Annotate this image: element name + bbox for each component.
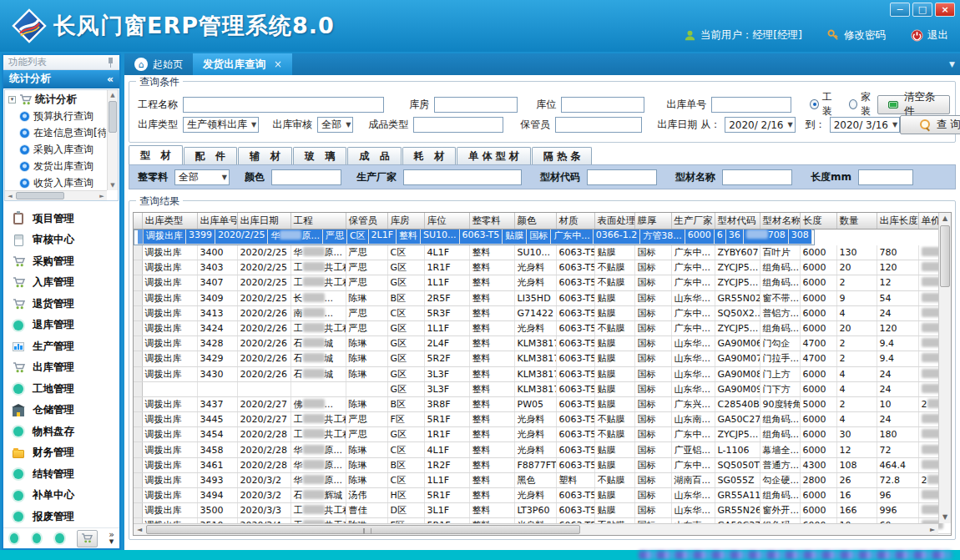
row-indicator[interactable] bbox=[134, 442, 142, 457]
sidebar-menu-item[interactable]: 退货管理 bbox=[12, 294, 119, 315]
material-tab[interactable]: 辅 材 bbox=[238, 147, 292, 164]
sidebar-menu-item[interactable]: 补单中心 bbox=[12, 485, 119, 507]
scroll-up-icon[interactable]: ▲ bbox=[939, 213, 951, 225]
product-type-input[interactable] bbox=[413, 117, 503, 133]
logout-button[interactable]: 退出 bbox=[911, 28, 948, 43]
column-header[interactable]: 出库日期 bbox=[237, 213, 291, 229]
table-row[interactable]: 调拨出库34942020/3/2石辉城汤伟H区5R1F整料光身料6063-T5贴… bbox=[134, 488, 952, 503]
scrollbar-thumb[interactable] bbox=[146, 525, 580, 534]
maker-input[interactable] bbox=[403, 169, 522, 185]
scroll-left-icon[interactable]: ◄ bbox=[5, 191, 15, 201]
table-row[interactable]: 调拨出库34002020/2/25华原...严思C区4L1F整料SU10...6… bbox=[134, 245, 952, 260]
scroll-right-icon[interactable]: ► bbox=[97, 191, 107, 201]
row-indicator[interactable] bbox=[134, 320, 142, 335]
table-row[interactable]: 调拨出库33992020/2/25华原...严思C区2L1F整料SU10...6… bbox=[134, 230, 815, 245]
sidebar-menu-item[interactable]: 退库管理 bbox=[12, 315, 119, 336]
table-row[interactable]: 调拨出库34302020/2/26石城陈琳G区3L3F整料KLM38176063… bbox=[134, 366, 952, 381]
close-button[interactable]: × bbox=[935, 3, 955, 17]
material-tab[interactable]: 型 材 bbox=[129, 145, 183, 164]
material-tab[interactable]: 玻 璃 bbox=[293, 147, 347, 164]
column-header[interactable]: 保管员 bbox=[346, 213, 387, 229]
module-dot-icon[interactable] bbox=[55, 533, 63, 543]
table-row[interactable]: G区3L3F整料KLM38176063-T5贴膜国标山东华...GA90M09.… bbox=[134, 381, 952, 396]
date-from-select[interactable]: 2020/ 2/16▼ bbox=[725, 117, 796, 133]
table-row[interactable]: 调拨出库34582020/2/28华原...陈琳C区4L1F整料光身料6063-… bbox=[134, 442, 952, 457]
scrollbar-thumb[interactable] bbox=[109, 101, 117, 133]
scroll-right-icon[interactable]: ► bbox=[927, 524, 938, 536]
column-header[interactable]: 工程 bbox=[291, 213, 346, 229]
tab-close-icon[interactable]: × bbox=[274, 58, 282, 70]
row-indicator[interactable] bbox=[134, 472, 142, 487]
tree-item[interactable]: 收货入库查询 bbox=[7, 175, 106, 190]
minimize-button[interactable]: ─ bbox=[890, 3, 910, 17]
row-indicator[interactable] bbox=[134, 503, 142, 518]
sidebar-menu-item[interactable]: 物料盘存 bbox=[12, 421, 119, 443]
row-indicator[interactable] bbox=[134, 290, 142, 305]
material-tab[interactable]: 耗 材 bbox=[402, 147, 457, 164]
module-cart-button[interactable] bbox=[77, 530, 99, 547]
row-indicator[interactable] bbox=[134, 245, 142, 260]
tree-item[interactable]: 预算执行查询 bbox=[7, 108, 106, 125]
grid-horizontal-scrollbar[interactable]: ◄ ► bbox=[134, 523, 938, 535]
sidebar-menu-item[interactable]: 报废管理 bbox=[12, 507, 119, 528]
maximize-button[interactable]: □ bbox=[912, 3, 932, 17]
module-dot-icon[interactable] bbox=[10, 533, 18, 543]
scroll-down-icon[interactable]: ▼ bbox=[108, 180, 118, 190]
out-type-select[interactable]: 生产领料出库▼ bbox=[183, 117, 259, 133]
project-name-input[interactable] bbox=[183, 97, 384, 113]
module-dot-icon[interactable] bbox=[33, 533, 41, 543]
scroll-left-icon[interactable]: ◄ bbox=[134, 524, 145, 536]
table-row[interactable]: 调拨出库34072020/2/25工共工程严思G区1L1F整料光身料6063-T… bbox=[134, 275, 952, 290]
grid-vertical-scrollbar[interactable]: ▲ ▼ bbox=[938, 213, 951, 523]
table-row[interactable]: 调拨出库34132020/2/26南...严思C区5R3F整料G71422606… bbox=[134, 305, 952, 320]
column-header[interactable]: 材质 bbox=[556, 213, 594, 229]
row-indicator[interactable] bbox=[134, 336, 142, 351]
sidebar-menu-item[interactable]: 采购管理 bbox=[12, 251, 119, 273]
profile-code-input[interactable] bbox=[587, 169, 657, 185]
table-row[interactable]: 调拨出库34092020/2/25长...陈琳B区2R5F整料LI35HD606… bbox=[134, 290, 952, 305]
tree-horizontal-scrollbar[interactable]: ◄ ► bbox=[5, 190, 107, 200]
sidebar-menu-item[interactable]: 工地管理 bbox=[12, 379, 119, 401]
sidebar-menu-item[interactable]: 出库管理 bbox=[12, 357, 119, 379]
sidebar-menu-item[interactable]: 结转管理 bbox=[12, 464, 119, 486]
row-indicator[interactable] bbox=[134, 396, 142, 411]
material-tab[interactable]: 配 件 bbox=[184, 147, 238, 164]
table-row[interactable]: 调拨出库34282020/2/26石城陈琳G区2L4F整料KLM38176063… bbox=[134, 336, 952, 351]
table-row[interactable]: 调拨出库34542020/2/28工共工程严思G区1R1F整料光身料6063-T… bbox=[134, 427, 952, 442]
column-header[interactable]: 表面处理 bbox=[594, 213, 634, 229]
tab-list-caret-icon[interactable]: ▼ bbox=[949, 60, 955, 68]
table-row[interactable]: 调拨出库35002020/3/3工共工程曹佳D区3L1F整料LT3P606063… bbox=[134, 503, 952, 518]
column-header[interactable]: 长度 bbox=[800, 213, 836, 229]
table-row[interactable]: 调拨出库34932020/3/2华原...陈琳C区1L1F整料黑色塑料不贴膜国标… bbox=[134, 472, 952, 487]
row-indicator[interactable] bbox=[134, 351, 142, 366]
row-indicator[interactable] bbox=[134, 305, 142, 320]
column-header[interactable]: 出库类型 bbox=[142, 213, 197, 229]
column-header[interactable]: 型材代码 bbox=[715, 213, 760, 229]
column-header[interactable]: 库位 bbox=[424, 213, 469, 229]
keeper-input[interactable] bbox=[555, 117, 642, 133]
material-tab[interactable]: 成 品 bbox=[347, 147, 402, 164]
column-header[interactable]: 数量 bbox=[836, 213, 877, 229]
sidebar-overflow-button[interactable]: »▾ bbox=[109, 532, 114, 545]
column-header[interactable]: 库房 bbox=[387, 213, 424, 229]
row-indicator[interactable] bbox=[134, 275, 142, 290]
audit-select[interactable]: 全部▼ bbox=[317, 117, 353, 133]
table-row[interactable]: 调拨出库34292020/2/26石城陈琳G区5R2F整料KLM38176063… bbox=[134, 351, 952, 366]
sidebar-section-header[interactable]: 统计分析 « bbox=[3, 70, 119, 88]
table-row[interactable]: 调拨出库34612020/2/28华原...陈琳B区1R2F整料F8877FT6… bbox=[134, 457, 952, 472]
profile-name-input[interactable] bbox=[722, 169, 792, 185]
color-input[interactable] bbox=[271, 169, 341, 185]
row-indicator[interactable] bbox=[138, 230, 144, 245]
tab-shipment-outbound-query[interactable]: 发货出库查询 × bbox=[193, 53, 292, 75]
column-header[interactable]: 出库单号 bbox=[197, 213, 237, 229]
row-indicator[interactable] bbox=[134, 412, 142, 427]
row-indicator[interactable] bbox=[134, 457, 142, 472]
sidebar-menu-item[interactable]: 生产管理 bbox=[12, 336, 119, 358]
scrollbar-thumb[interactable] bbox=[16, 192, 64, 199]
table-row[interactable]: 调拨出库34452020/2/27工共工程严思F区5R1F整料光身料6063-T… bbox=[134, 412, 952, 427]
clear-conditions-button[interactable]: 清空条件 bbox=[877, 95, 950, 114]
change-password-button[interactable]: 修改密码 bbox=[827, 28, 886, 43]
row-indicator[interactable] bbox=[134, 381, 142, 396]
column-header[interactable]: 膜厚 bbox=[634, 213, 671, 229]
sidebar-menu-item[interactable]: 入库管理 bbox=[12, 272, 119, 294]
